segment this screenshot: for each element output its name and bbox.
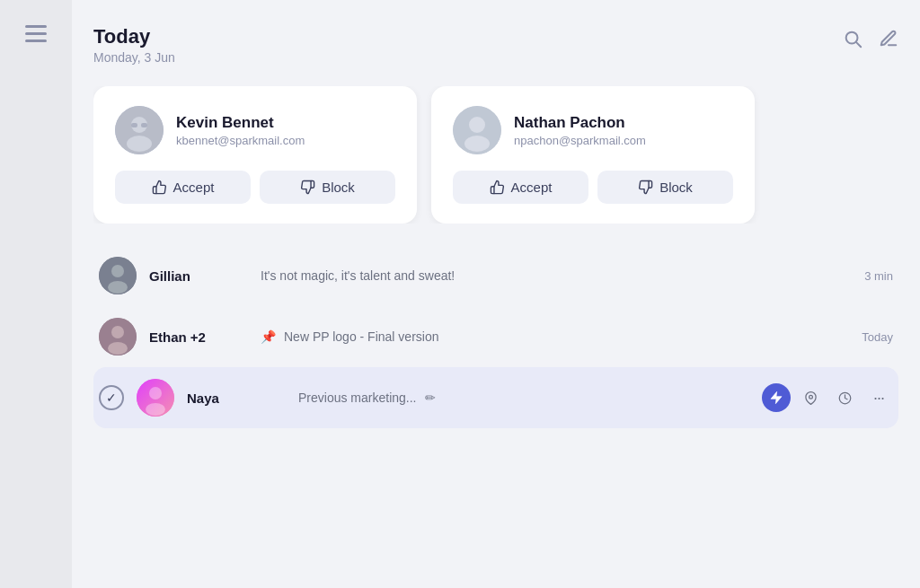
block-button-nathan[interactable]: Block [597, 171, 733, 204]
preview-ethan: 📌 New PP logo - Final version [261, 329, 849, 344]
header: Today Monday, 3 Jun [93, 25, 898, 65]
svg-rect-6 [141, 123, 147, 127]
card-top-nathan: Nathan Pachon npachon@sparkmail.com [453, 106, 733, 154]
header-actions [843, 25, 898, 52]
page-title: Today [93, 25, 175, 48]
card-top-kevin: Kevin Bennet kbennet@sparkmail.com [115, 106, 395, 154]
sender-naya: Naya [187, 391, 286, 406]
preview-gillian: It's not magic, it's talent and sweat! [261, 268, 852, 283]
accept-button-nathan[interactable]: Accept [453, 171, 588, 204]
avatar-naya [137, 379, 174, 417]
sender-ethan: Ethan +2 [149, 329, 248, 345]
message-item-gillian[interactable]: Gillian It's not magic, it's talent and … [93, 245, 898, 306]
sender-gillian: Gillian [149, 268, 248, 284]
message-item-ethan[interactable]: Ethan +2 📌 New PP logo - Final version T… [93, 306, 898, 367]
svg-point-4 [127, 136, 152, 152]
card-info-nathan: Nathan Pachon npachon@sparkmail.com [514, 114, 646, 147]
block-button-kevin[interactable]: Block [260, 171, 395, 204]
sidebar [0, 0, 72, 588]
svg-line-1 [856, 42, 861, 47]
svg-point-15 [108, 342, 128, 355]
time-ethan: Today [862, 330, 893, 344]
header-title-group: Today Monday, 3 Jun [93, 25, 175, 65]
svg-point-12 [108, 281, 128, 294]
main-content: Today Monday, 3 Jun [72, 0, 920, 588]
contact-email-kevin: kbennet@sparkmail.com [176, 134, 305, 147]
avatar-kevin [115, 106, 164, 154]
contact-email-nathan: npachon@sparkmail.com [514, 134, 646, 147]
svg-marker-19 [771, 391, 782, 403]
card-actions-kevin: Accept Block [115, 171, 395, 204]
accept-button-kevin[interactable]: Accept [115, 171, 251, 204]
page-subtitle: Monday, 3 Jun [93, 50, 175, 65]
message-item-naya[interactable]: ✓ Naya Previous marketing... [93, 367, 898, 428]
time-gillian: 3 min [864, 269, 893, 283]
svg-rect-5 [131, 123, 137, 127]
compose-icon[interactable] [879, 29, 898, 52]
more-icon[interactable]: ··· [864, 383, 893, 412]
contact-name-nathan: Nathan Pachon [514, 114, 646, 132]
svg-point-17 [149, 387, 162, 399]
clock-icon[interactable] [830, 383, 859, 412]
svg-point-8 [469, 117, 485, 133]
svg-point-18 [146, 403, 165, 416]
bolt-icon[interactable] [762, 383, 791, 412]
contact-name-kevin: Kevin Bennet [176, 114, 305, 132]
avatar-gillian [99, 257, 137, 294]
check-naya[interactable]: ✓ [99, 385, 124, 410]
contact-cards-row: Kevin Bennet kbennet@sparkmail.com Accep… [93, 86, 898, 224]
contact-card-kevin: Kevin Bennet kbennet@sparkmail.com Accep… [93, 86, 417, 224]
avatar-nathan [453, 106, 501, 154]
card-info-kevin: Kevin Bennet kbennet@sparkmail.com [176, 114, 305, 147]
preview-naya: Previous marketing... ✏ [298, 391, 749, 405]
card-actions-nathan: Accept Block [453, 171, 733, 204]
accept-label-kevin: Accept [173, 180, 215, 195]
block-label-nathan: Block [659, 180, 693, 195]
svg-point-11 [111, 265, 124, 277]
hamburger-menu[interactable] [25, 25, 47, 42]
svg-point-9 [464, 136, 490, 152]
svg-point-20 [809, 395, 812, 399]
svg-point-14 [111, 326, 124, 338]
search-icon[interactable] [843, 29, 862, 52]
block-label-kevin: Block [322, 180, 355, 195]
message-list: Gillian It's not magic, it's talent and … [93, 245, 898, 428]
avatar-ethan [99, 318, 137, 355]
pin-icon[interactable] [796, 383, 825, 412]
accept-label-nathan: Accept [511, 180, 553, 195]
naya-action-icons: ··· [762, 383, 893, 412]
contact-card-nathan: Nathan Pachon npachon@sparkmail.com Acce… [431, 86, 755, 224]
